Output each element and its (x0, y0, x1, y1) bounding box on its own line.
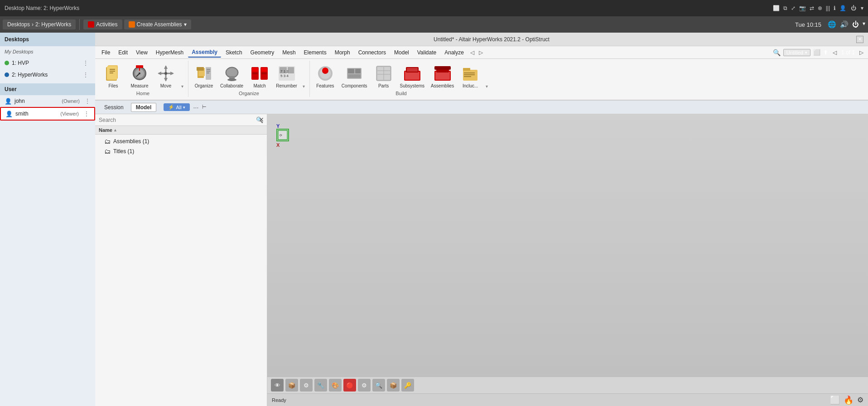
vp-btn-wrench[interactable]: 🔧 (314, 379, 327, 392)
menu-validate[interactable]: Validate (414, 48, 440, 57)
menu-next-arrow[interactable]: ▷ (477, 49, 485, 56)
new-tab-icon[interactable]: ⬜ (813, 49, 820, 56)
file-panel-close-button[interactable]: ✕ (259, 116, 264, 123)
ribbon-btn-match[interactable]: Match (248, 63, 271, 90)
organize-expand-icon[interactable]: ▾ (302, 83, 306, 90)
vp-btn-gear2[interactable]: ⚙ (358, 379, 371, 392)
taskbar-activities[interactable]: Activities (83, 19, 122, 29)
filter-all-button[interactable]: ⚡ All ▾ (164, 103, 189, 111)
tab-page-label[interactable]: Untitled ▾ (783, 49, 810, 56)
ribbon-btn-parts[interactable]: Parts (372, 63, 395, 90)
dropdown-icon[interactable]: ▾ (861, 5, 863, 11)
hvp-label: 1: HVP (12, 60, 78, 66)
expand-icon[interactable]: ⤢ (791, 5, 796, 11)
svg-rect-65 (464, 74, 475, 75)
viewport-content[interactable]: Y ⟳ X (267, 114, 868, 377)
svg-rect-57 (407, 68, 418, 72)
vp-btn-palette[interactable]: 🎨 (329, 379, 342, 392)
status-icon-fire[interactable]: 🔥 (844, 395, 854, 405)
monitor-icon[interactable]: ⬜ (773, 5, 780, 11)
menu-model[interactable]: Model (391, 48, 413, 57)
menu-elements[interactable]: Elements (300, 48, 330, 57)
vp-btn-eye[interactable]: 👁 (271, 379, 284, 392)
info-icon[interactable]: ℹ (834, 5, 836, 11)
sidebar-user-smith[interactable]: 👤 smith (Viewer) ⋮ (0, 107, 95, 121)
ribbon-btn-assemblies[interactable]: Assemblies (429, 63, 456, 90)
john-menu-icon[interactable]: ⋮ (84, 97, 91, 105)
vp-btn-search2[interactable]: 🔍 (372, 379, 385, 392)
volume-icon-taskbar[interactable]: 🔊 (840, 20, 849, 29)
system-dropdown-icon[interactable]: ▾ (863, 20, 865, 29)
sub-ribbon-page-icon[interactable]: ⊢ (202, 104, 207, 110)
match-label: Match (254, 83, 266, 89)
hyperworks-menu-icon[interactable]: ⋮ (81, 71, 91, 78)
page-next-arrow[interactable]: ▷ (858, 49, 865, 56)
menu-mesh[interactable]: Mesh (279, 48, 299, 57)
menu-edit[interactable]: Edit (115, 48, 131, 57)
hvp-menu-icon[interactable]: ⋮ (81, 59, 91, 67)
status-icon-box[interactable]: ⬜ (830, 395, 840, 405)
vp-btn-box2[interactable]: 📦 (387, 379, 400, 392)
menu-geometry[interactable]: Geometry (247, 48, 278, 57)
cancel-icon[interactable]: ⊗ (818, 5, 822, 11)
menu-sketch[interactable]: Sketch (222, 48, 246, 57)
tree-item-titles[interactable]: 🗂 Titles (1) (95, 146, 267, 156)
vp-btn-box1[interactable]: 📦 (285, 379, 298, 392)
smith-menu-icon[interactable]: ⋮ (83, 110, 90, 117)
ribbon-btn-components[interactable]: Components (340, 63, 369, 90)
svg-point-44 (323, 68, 327, 72)
ribbon-btn-organize[interactable]: Organize (192, 63, 216, 90)
vp-btn-gear1[interactable]: ⚙ (300, 379, 313, 392)
power-icon-taskbar[interactable]: ⏻ (852, 20, 859, 29)
menu-prev-arrow[interactable]: ◁ (468, 49, 476, 56)
sub-ribbon-more-icon[interactable]: ··· (192, 103, 201, 112)
taskbar-separator (79, 19, 80, 30)
share-icon[interactable]: ⇄ (810, 5, 814, 11)
ribbon-btn-move[interactable]: Move (154, 63, 178, 90)
assemblies-tree-label: Assemblies (1) (113, 138, 263, 145)
user-icon-sys[interactable]: 👤 (839, 5, 846, 11)
menu-hypermesh[interactable]: HyperMesh (152, 48, 187, 57)
menu-view[interactable]: View (132, 48, 151, 57)
sub-tab-model[interactable]: Model (131, 103, 157, 112)
sub-tab-session[interactable]: Session (100, 103, 128, 111)
tab-dropdown-icon[interactable]: ▾ (805, 50, 807, 55)
tree-item-assemblies[interactable]: 🗂 Assemblies (1) (95, 136, 267, 146)
ribbon-btn-measure[interactable]: Measure (128, 63, 151, 90)
col-name-label: Name (99, 127, 112, 133)
parts-icon (374, 63, 394, 83)
home-expand-icon[interactable]: ▾ (180, 83, 184, 90)
menubar-search-icon[interactable]: 🔍 (773, 49, 781, 56)
menu-analyze[interactable]: Analyze (441, 48, 468, 57)
power-icon[interactable]: ⏻ (851, 5, 856, 11)
page-prev-arrow[interactable]: ◁ (831, 49, 839, 56)
close-window-button[interactable]: ✕ (856, 36, 863, 43)
ribbon-btn-subsystems[interactable]: Subsystems (398, 63, 426, 90)
sidebar-item-hvp[interactable]: 1: HVP ⋮ (0, 57, 95, 69)
build-expand-icon[interactable]: ▾ (485, 83, 489, 90)
vp-btn-key[interactable]: 🔑 (401, 379, 414, 392)
sidebar-item-hyperworks[interactable]: 2: HyperWorks ⋮ (0, 69, 95, 81)
ribbon-btn-features[interactable]: Features (313, 63, 337, 90)
bars-icon[interactable]: ||| (826, 5, 830, 11)
status-gear-icon[interactable]: ⚙ (857, 396, 863, 404)
create-assemblies-dropdown-icon[interactable]: ▾ (184, 21, 187, 28)
menu-connectors[interactable]: Connectors (355, 48, 390, 57)
search-input[interactable] (99, 117, 254, 123)
photo-icon[interactable]: 📷 (799, 5, 806, 11)
menu-assembly[interactable]: Assembly (188, 48, 221, 58)
ribbon-btn-renumber[interactable]: 7 1 2 5 3 4 Renumber (274, 63, 299, 90)
taskbar-create-assemblies[interactable]: Create Assemblies ▾ (124, 19, 191, 29)
menu-morph[interactable]: Morph (331, 48, 354, 57)
sidebar-user-john[interactable]: 👤 john (Owner) ⋮ (0, 95, 95, 107)
network-icon-taskbar[interactable]: 🌐 (828, 20, 836, 29)
ribbon-btn-files[interactable]: Files (101, 63, 125, 90)
vp-btn-red1[interactable]: 🔴 (343, 379, 356, 392)
ribbon-btn-collaborate[interactable]: Collaborate (218, 63, 245, 90)
menu-file[interactable]: File (98, 48, 114, 57)
create-assemblies-label: Create Assemblies (137, 21, 182, 28)
copy-icon[interactable]: ⧉ (783, 5, 787, 11)
ribbon-btn-include[interactable]: Incluc... (458, 63, 482, 90)
col-sort-icon[interactable]: ▲ (113, 128, 117, 132)
export-tab-icon[interactable]: ⬆ (823, 49, 828, 56)
